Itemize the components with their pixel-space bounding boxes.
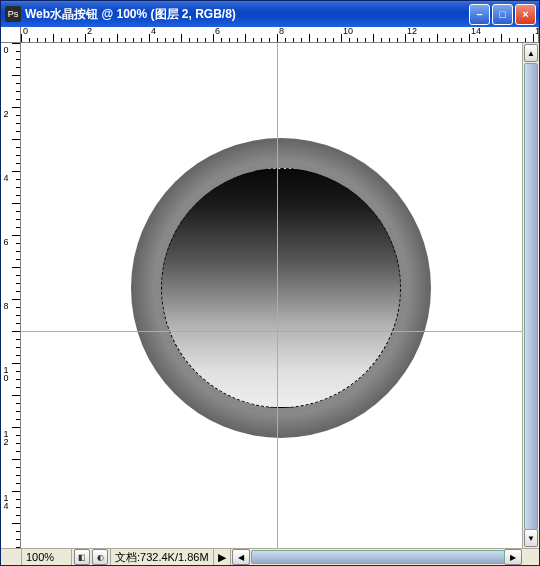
scroll-right-icon[interactable]: ▶ [504,549,522,565]
scroll-left-icon[interactable]: ◀ [232,549,250,565]
ruler-horizontal[interactable]: 0246810121416 [21,27,539,43]
inner-circle-selection [161,168,401,408]
ruler-origin[interactable] [1,27,21,43]
scroll-down-icon[interactable]: ▼ [524,529,538,547]
scroll-v-track[interactable] [523,63,539,528]
zoom-level[interactable]: 100% [22,549,72,565]
guide-vertical[interactable] [277,43,278,548]
window-title: Web水晶按钮 @ 100% (图层 2, RGB/8) [25,6,469,23]
titlebar[interactable]: Ps Web水晶按钮 @ 100% (图层 2, RGB/8) – □ × [1,1,539,27]
scrollbar-vertical[interactable]: ▲ ▼ [522,43,539,548]
scroll-v-thumb[interactable] [524,63,538,530]
doc-label: 文档: [115,550,140,565]
scroll-up-icon[interactable]: ▲ [524,44,538,62]
app-icon: Ps [5,6,21,22]
doc-size: 732.4K/1.86M [140,551,209,563]
maximize-button[interactable]: □ [492,4,513,25]
scrollbar-corner [1,549,22,565]
status-toggle-1[interactable]: ◧ [74,549,90,565]
app-window: Ps Web水晶按钮 @ 100% (图层 2, RGB/8) – □ × 02… [0,0,540,566]
minimize-button[interactable]: – [469,4,490,25]
scroll-h-thumb[interactable] [251,550,505,564]
scroll-h-track[interactable] [251,549,503,565]
status-menu-arrow-icon[interactable]: ▶ [218,551,226,564]
canvas[interactable] [21,43,522,548]
status-toggle-2[interactable]: ◐ [92,549,108,565]
guide-horizontal[interactable] [21,331,522,332]
scrollbar-horizontal-row: 100% ◧ ◐ 文档: 732.4K/1.86M ▶ ◀ ▶ [1,548,539,565]
ruler-vertical[interactable]: 0246810121416 [1,43,21,548]
close-button[interactable]: × [515,4,536,25]
